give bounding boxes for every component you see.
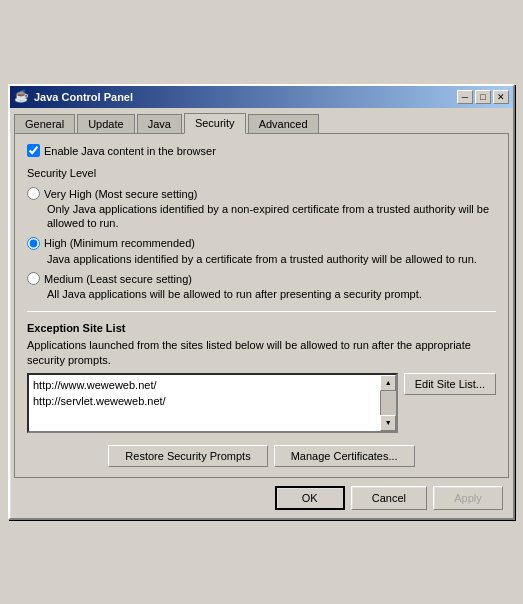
- site-item-2: http://servlet.weweweb.net/: [33, 393, 376, 410]
- radio-medium: Medium (Least secure setting) All Java a…: [27, 272, 496, 301]
- tab-advanced[interactable]: Advanced: [248, 114, 319, 135]
- title-bar-left: ☕ Java Control Panel: [14, 89, 133, 105]
- ok-button[interactable]: OK: [275, 486, 345, 510]
- restore-prompts-button[interactable]: Restore Security Prompts: [108, 445, 267, 467]
- scroll-up-button[interactable]: ▲: [380, 375, 396, 391]
- enable-java-row: Enable Java content in the browser: [27, 144, 496, 157]
- divider: [27, 311, 496, 312]
- radio-high-label: High (Minimum recommended): [44, 237, 195, 249]
- window-title: Java Control Panel: [34, 91, 133, 103]
- apply-button[interactable]: Apply: [433, 486, 503, 510]
- title-buttons: ─ □ ✕: [457, 90, 509, 104]
- close-button[interactable]: ✕: [493, 90, 509, 104]
- security-level-title: Security Level: [27, 167, 496, 179]
- manage-certificates-button[interactable]: Manage Certificates...: [274, 445, 415, 467]
- radio-high-input[interactable]: [27, 237, 40, 250]
- scrollbar: ▲ ▼: [380, 375, 396, 431]
- edit-site-list-button[interactable]: Edit Site List...: [404, 373, 496, 395]
- security-radio-group: Very High (Most secure setting) Only Jav…: [27, 187, 496, 301]
- content-area: Enable Java content in the browser Secur…: [14, 133, 509, 478]
- exception-list[interactable]: http://www.weweweb.net/ http://servlet.w…: [29, 375, 380, 431]
- radio-very-high-input[interactable]: [27, 187, 40, 200]
- radio-medium-desc: All Java applications will be allowed to…: [47, 287, 496, 301]
- cancel-button[interactable]: Cancel: [351, 486, 427, 510]
- radio-medium-label: Medium (Least secure setting): [44, 273, 192, 285]
- exception-title: Exception Site List: [27, 322, 496, 334]
- java-icon: ☕: [14, 89, 30, 105]
- tab-bar: General Update Java Security Advanced: [10, 108, 513, 133]
- footer: OK Cancel Apply: [10, 478, 513, 518]
- tab-java[interactable]: Java: [137, 114, 182, 135]
- radio-very-high: Very High (Most secure setting) Only Jav…: [27, 187, 496, 231]
- window: ☕ Java Control Panel ─ □ ✕ General Updat…: [8, 84, 515, 520]
- exception-desc: Applications launched from the sites lis…: [27, 338, 496, 367]
- site-item-1: http://www.weweweb.net/: [33, 377, 376, 394]
- exception-list-container: http://www.weweweb.net/ http://servlet.w…: [27, 373, 398, 433]
- title-bar: ☕ Java Control Panel ─ □ ✕: [10, 86, 513, 108]
- tab-general[interactable]: General: [14, 114, 75, 135]
- radio-high-desc: Java applications identified by a certif…: [47, 252, 496, 266]
- tab-update[interactable]: Update: [77, 114, 134, 135]
- enable-java-checkbox[interactable]: [27, 144, 40, 157]
- scroll-track: [381, 391, 396, 415]
- exception-section: Exception Site List Applications launche…: [27, 322, 496, 467]
- radio-very-high-desc: Only Java applications identified by a n…: [47, 202, 496, 231]
- radio-medium-input[interactable]: [27, 272, 40, 285]
- radio-very-high-label: Very High (Most secure setting): [44, 188, 197, 200]
- restore-button[interactable]: □: [475, 90, 491, 104]
- enable-java-label: Enable Java content in the browser: [44, 145, 216, 157]
- scroll-down-button[interactable]: ▼: [380, 415, 396, 431]
- bottom-buttons: Restore Security Prompts Manage Certific…: [27, 445, 496, 467]
- tab-security[interactable]: Security: [184, 113, 246, 134]
- radio-high: High (Minimum recommended) Java applicat…: [27, 237, 496, 266]
- exception-list-area: http://www.weweweb.net/ http://servlet.w…: [27, 373, 496, 433]
- minimize-button[interactable]: ─: [457, 90, 473, 104]
